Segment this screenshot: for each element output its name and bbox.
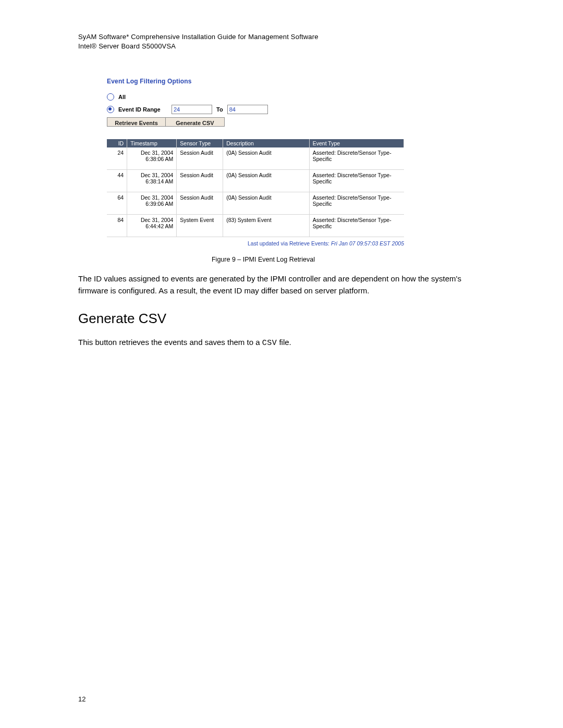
page-number: 12 [78,695,85,703]
cell-id: 44 [107,170,127,192]
radio-row-range[interactable]: Event ID Range To [107,105,409,114]
th-event-type: Event Type [309,139,403,147]
paragraph-2: This button retrieves the events and sav… [78,336,485,349]
table-row: 44 Dec 31, 2004 6:38:14 AM Session Audit… [107,170,404,192]
event-table: ID Timestamp Sensor Type Description Eve… [107,139,404,237]
radio-row-all[interactable]: All [107,92,409,102]
cell-desc: (0A) Session Audit [223,192,310,215]
page: SyAM Software* Comprehensive Installatio… [0,0,563,728]
cell-etype: Asserted: Discrete/Sensor Type-Specific [309,192,403,215]
cell-desc: (0A) Session Audit [223,170,310,192]
status-line: Last updated via Retrieve Events: Fri Ja… [107,240,404,246]
radio-all-icon[interactable] [107,93,114,101]
table-row: 64 Dec 31, 2004 6:39:06 AM Session Audit… [107,192,404,215]
range-to-label: To [216,106,223,113]
table-row: 24 Dec 31, 2004 6:38:06 AM Session Audit… [107,147,404,170]
figure-event-log: Event Log Filtering Options All Event ID… [107,78,409,263]
status-time: Fri Jan 07 09:57:03 EST 2005 [331,240,404,246]
button-row: Retrieve Events Generate CSV [107,117,409,127]
paragraph-1: The ID values assigned to events are gen… [78,273,485,297]
th-sensor-type: Sensor Type [177,139,223,147]
cell-sensor: Session Audit [177,192,223,215]
cell-etype: Asserted: Discrete/Sensor Type-Specific [309,170,403,192]
th-timestamp: Timestamp [127,139,177,147]
table-row: 84 Dec 31, 2004 6:44:42 AM System Event … [107,215,404,237]
cell-sensor: Session Audit [177,147,223,170]
th-id: ID [107,139,127,147]
figure-caption: Figure 9 – IPMI Event Log Retrieval [107,256,420,263]
cell-id: 24 [107,147,127,170]
status-prefix: Last updated via Retrieve Events: [248,240,331,246]
cell-etype: Asserted: Discrete/Sensor Type-Specific [309,215,403,237]
cell-timestamp: Dec 31, 2004 6:38:06 AM [127,147,177,170]
range-from-input[interactable] [172,105,212,114]
range-to-input[interactable] [227,105,268,114]
radio-range-icon[interactable] [107,106,114,113]
radio-all-label: All [118,94,126,100]
cell-sensor: Session Audit [177,170,223,192]
cell-id: 84 [107,215,127,237]
cell-timestamp: Dec 31, 2004 6:38:14 AM [127,170,177,192]
table-header-row: ID Timestamp Sensor Type Description Eve… [107,139,404,147]
th-description: Description [223,139,310,147]
doc-header-line1: SyAM Software* Comprehensive Installatio… [78,32,485,42]
cell-timestamp: Dec 31, 2004 6:44:42 AM [127,215,177,237]
cell-etype: Asserted: Discrete/Sensor Type-Specific [309,147,403,170]
retrieve-events-button[interactable]: Retrieve Events [107,117,166,127]
radio-range-label: Event ID Range [118,106,167,113]
cell-sensor: System Event [177,215,223,237]
heading-generate-csv: Generate CSV [78,311,485,327]
cell-desc: (0A) Session Audit [223,147,310,170]
filter-title: Event Log Filtering Options [107,78,409,85]
cell-timestamp: Dec 31, 2004 6:39:06 AM [127,192,177,215]
generate-csv-button[interactable]: Generate CSV [166,117,225,127]
cell-id: 64 [107,192,127,215]
doc-header-line2: Intel® Server Board S5000VSA [78,42,485,51]
cell-desc: (83) System Event [223,215,310,237]
